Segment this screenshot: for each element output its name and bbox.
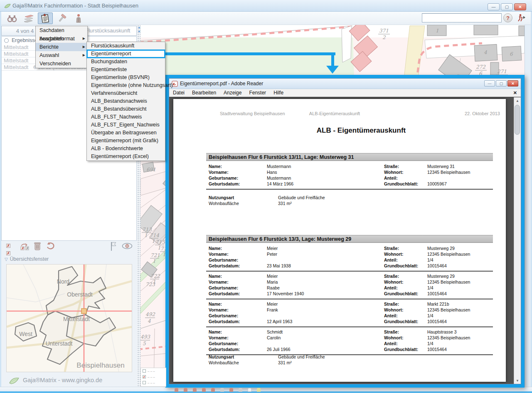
layers-tool-button[interactable] [21,12,36,24]
pdf-close-button[interactable]: ✕ [507,80,518,87]
submenu-item-buchungsdaten[interactable]: Buchungsdaten [87,58,165,66]
scroll-down-icon[interactable]: ▼ [514,377,521,384]
delete-button[interactable] [34,242,41,252]
splitter-collapse-icon[interactable]: ◄◄ [137,26,140,33]
selection-toolbar: ✗✗ ✗✗ [1,240,137,252]
legend-row[interactable]: – – – [141,380,166,386]
scroll-thumb[interactable] [515,105,520,135]
svg-text:271: 271 [497,69,507,74]
section-heading: Beispielhausen Flur 6 Flurstück 13/3, La… [206,235,493,243]
help-button[interactable]: ? [503,13,512,22]
submenu-item-eigentuemerreport[interactable]: Eigentümerreport [87,50,165,58]
clipboard-icon [40,14,50,23]
svg-text:272: 272 [476,64,486,70]
help-icon: ? [506,15,510,21]
callout-arrow-icon [326,66,339,74]
pdf-menu-hilfe[interactable]: Hilfe [270,90,287,96]
svg-text:713: 713 [142,227,152,232]
submenu-item-alb-bodenrichtwerte[interactable]: ALB - Bodenrichtwerte [87,145,165,153]
layer-checkbox-checked: ✗ [143,375,146,378]
app-logo-leaf-icon [4,3,11,9]
menu-item-ausgabeformat[interactable]: Ausgabeformat▶ [36,35,87,43]
submenu-item-alb-flst-eigent-nachweis[interactable]: ALB_FLST_Eigent_Nachweis [87,121,165,129]
flag-button[interactable] [110,241,117,253]
pdf-minimize-button[interactable]: — [484,80,495,87]
svg-text:492: 492 [145,311,155,317]
pdf-window-controls: — ▢ ✕ [484,80,518,87]
owner-record: Name:Meier Straße:Musterweg 29 Vorname:M… [206,272,493,299]
menu-item-berichte[interactable]: Berichte▶ [36,43,87,51]
window-border-left [0,12,1,391]
binoculars-icon [7,14,17,22]
status-bar: Gaja®Matrix - www.gingko.de [1,375,137,387]
pdf-window-title: Eigentümerreport.pdf - Adobe Reader [180,81,263,87]
minimize-button[interactable]: — [488,3,500,10]
deselect-all-button[interactable]: ✗✗ [6,241,10,256]
svg-text:1: 1 [144,232,148,238]
legend-row[interactable]: – – – [141,368,166,374]
callout-line-horizontal [164,52,335,55]
layer-checkbox [143,381,146,384]
layer-legend-panel: – – – ✗– – – – – – [140,368,166,387]
pdf-scrollbar[interactable]: ▲ ▼ [514,97,521,384]
report-combo-value: Flurstücksauskunft [85,27,130,34]
menu-item-verschneiden[interactable]: Verschneiden [36,59,87,68]
exit-runner-icon[interactable] [517,14,526,22]
pdf-titlebar[interactable]: Eigentümerreport.pdf - Adobe Reader — ▢ … [169,79,521,89]
district-label: West [19,331,32,337]
user-tool-button[interactable] [71,12,86,24]
submenu-item-alb-bestandsnachweis[interactable]: ALB_Bestandsnachweis [87,97,165,105]
map-vertical-scrollbar[interactable] [525,25,531,387]
overview-header[interactable]: ▽Übersichtsfenster [5,256,49,262]
eye-icon [122,243,133,249]
submenu-item-verfahrensuebersicht[interactable]: Verfahrensübersicht [87,89,165,97]
radio-icon[interactable] [4,38,9,43]
visibility-button[interactable] [122,243,133,251]
status-text: Gaja®Matrix - www.gingko.de [23,377,102,383]
toolbar-search-input[interactable] [422,13,502,22]
district-label: Mittelstadt [63,316,90,322]
owner-record: Name:Mustermann Straße:Musterweg 31 Vorn… [206,162,493,190]
owner-table: Name:Mustermann Straße:Musterweg 31 Vorn… [206,162,493,190]
submenu-item-uebergabe-beitragswesen[interactable]: Übergabe an Beitragswesen [87,129,165,137]
svg-text:4: 4 [484,49,487,55]
menu-item-sachdaten[interactable]: Sachdaten bearbeiten [36,26,87,35]
submenu-item-eigentuemerliste-bsvnr[interactable]: Eigentümerliste (BSVNR) [87,74,165,82]
submenu-item-alb-bestandsuebersicht[interactable]: ALB_Bestandsübersicht [87,105,165,113]
nutzungsart-block: NutzungsartGebäude und Freifläche Wohnba… [209,195,325,206]
undo-button[interactable] [46,242,55,252]
overview-map[interactable]: Nord Oberstadt Mittelstadt West Untersta… [6,264,132,372]
district-label: Oberstadt [67,291,93,298]
submenu-item-flurstuecksauskunft[interactable]: Flurstücksauskunft [87,42,165,50]
submenu-item-alb-flst-nachweis[interactable]: ALB_FLST_Nachweis [87,113,165,121]
legend-row[interactable]: ✗– – – [141,374,166,380]
invert-selection-button[interactable]: ✗✗ [20,243,30,252]
svg-text:1: 1 [436,28,439,34]
svg-text:1: 1 [153,258,156,264]
pdf-menu-bearbeiten[interactable]: Bearbeiten [188,90,220,96]
maximize-button[interactable]: ▢ [501,3,513,10]
pdf-menu-fenster[interactable]: Fenster [245,90,270,96]
callout-line-vertical [331,54,334,67]
submenu-item-eigentuemerliste-ohne-nutzungsart[interactable]: Eigentümerliste (ohne Nutzungsart) [87,82,165,89]
collapse-triangle-icon[interactable]: ▽ [5,257,8,262]
attribute-data-tool-button[interactable] [38,12,53,24]
pdf-menu-datei[interactable]: Datei [169,90,188,96]
pdf-menu-anzeige[interactable]: Anzeige [220,90,245,96]
submenu-item-eigentuemerreport-excel[interactable]: Eigentümerreport (Excel) [87,153,165,161]
pdf-maximize-button[interactable]: ▢ [496,80,507,87]
doc-title: ALB - Eigentümerauskunft [317,126,406,135]
close-button[interactable]: ✕ [514,3,526,10]
submenu-arrow-icon: ▶ [83,35,85,43]
pdf-page: Stadtverwaltung Beispielhausen ALB-Eigen… [173,99,506,382]
search-tool-button[interactable] [5,12,20,24]
submenu-item-eigentuemerreport-grafik[interactable]: Eigentümerreport (mit Grafik) [87,137,165,145]
submenu-item-eigentuemerliste[interactable]: Eigentümerliste [87,66,165,74]
pdf-document-close-icon[interactable]: ✕ [513,90,521,96]
tools-button[interactable] [54,12,69,24]
pdf-menubar: Datei Bearbeiten Anzeige Fenster Hilfe ✕ [169,89,521,97]
owner-record: Name:Meier Straße:Markt 221b Vorname:Fra… [206,299,493,327]
city-label: Beispielhausen [76,361,124,369]
scroll-up-icon[interactable]: ▲ [514,97,521,104]
menu-item-auswahl[interactable]: Auswahl▶ [36,51,87,59]
